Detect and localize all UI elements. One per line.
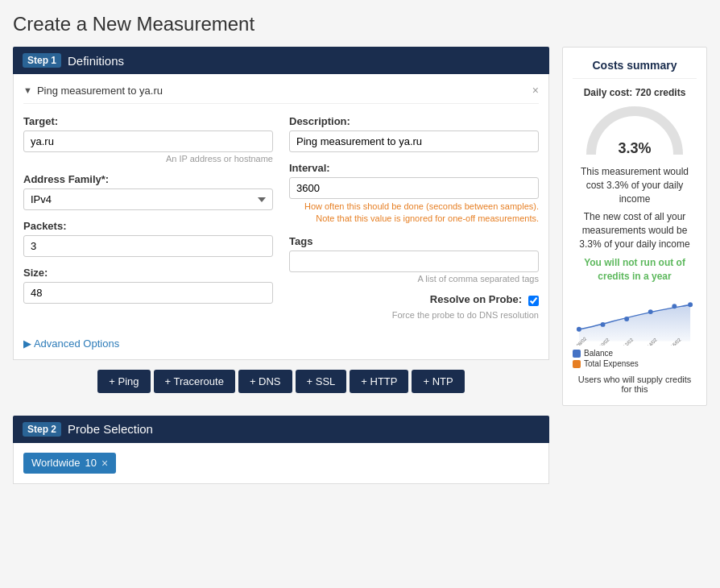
measurement-card: ▼ Ping measurement to ya.ru × Target: An… [13,74,549,360]
close-icon[interactable]: × [532,84,539,97]
target-label: Target: [23,115,273,127]
page-title: Create a New Measurement [13,13,707,35]
resolve-group: Resolve on Probe: Force the probe to do … [289,293,539,320]
traceroute-button[interactable]: + Traceroute [154,370,235,393]
chevron-right-icon: ▶ [23,337,31,350]
balance-label: Balance [584,349,613,358]
legend-balance: Balance [573,349,697,358]
probe-tag-count: 10 [85,457,96,469]
cost-text-2: The new cost of all your measurements wo… [573,210,697,251]
gauge-value: 3.3% [618,140,651,157]
target-hint: An IP address or hostname [23,154,273,164]
expenses-dot [573,360,581,368]
card-header: ▼ Ping measurement to ya.ru × [23,84,539,104]
interval-hint: How often this should be done (seconds b… [289,201,539,226]
ntp-button[interactable]: + NTP [412,370,464,393]
step2-header: Step 2 Probe Selection [13,416,549,443]
expenses-label: Total Expenses [584,359,639,368]
interval-group: Interval: How often this should be done … [289,162,539,226]
costs-panel: Costs summary Daily cost: 720 credits 3.… [562,47,707,497]
svg-point-0 [577,327,581,332]
legend-expenses: Total Expenses [573,359,697,368]
cost-green-text: You will not run out of credits in a yea… [573,256,697,284]
packets-input[interactable] [23,235,273,257]
address-family-select[interactable]: IPv4 IPv6 [23,188,273,210]
gauge-chart: 3.3% [586,106,683,159]
dns-button[interactable]: + DNS [238,370,292,393]
svg-point-2 [624,317,629,321]
address-family-label: Address Family*: [23,173,273,185]
step2-title: Probe Selection [68,422,153,436]
step1-title: Definitions [68,54,124,68]
step1-header: Step 1 Definitions [13,47,549,74]
description-group: Description: [289,115,539,152]
tags-group: Tags A list of comma separated tags [289,235,539,284]
ping-button[interactable]: + Ping [97,370,150,393]
svg-point-5 [688,303,693,308]
packets-label: Packets: [23,220,273,232]
ssl-button[interactable]: + SSL [296,370,347,393]
step2-badge: Step 2 [23,422,61,437]
svg-point-4 [672,304,677,309]
target-group: Target: An IP address or hostname [23,115,273,164]
advanced-options-label: Advanced Options [34,337,119,350]
daily-cost-label: Daily cost: 720 credits [573,87,697,98]
chart-legend: Balance Total Expenses [573,349,697,368]
size-label: Size: [23,267,273,279]
costs-summary: Costs summary Daily cost: 720 credits 3.… [562,47,707,406]
target-input[interactable] [23,130,273,152]
form-right-col: Description: Interval: How often this sh… [289,115,539,329]
balance-dot [573,350,581,358]
costs-title: Costs summary [573,59,697,79]
step2-section: Step 2 Probe Selection Worldwide 10 × [13,416,549,484]
form-columns: Target: An IP address or hostname Addres… [23,115,539,329]
step1-badge: Step 1 [23,53,61,68]
probe-card: Worldwide 10 × [13,443,549,484]
cost-text-1: This measurement would cost 3.3% of your… [573,165,697,205]
description-input[interactable] [289,130,539,152]
resolve-hint: Force the probe to do DNS resolution [289,310,539,320]
tags-input[interactable] [289,251,539,272]
costs-footer: Users who will supply credits for this [573,375,697,394]
tags-label: Tags [289,235,539,247]
http-button[interactable]: + HTTP [350,370,408,393]
probe-tag-close-icon[interactable]: × [101,457,108,470]
chevron-down-icon: ▼ [23,85,32,95]
left-column: Step 1 Definitions ▼ Ping measurement to… [13,47,549,497]
worldwide-probe-tag: Worldwide 10 × [23,453,116,474]
balance-chart: 08/02 10/02 12/02 14/02 16/02 [573,289,697,346]
advanced-options-link[interactable]: ▶ Advanced Options [23,337,119,350]
card-title: Ping measurement to ya.ru [37,85,528,97]
step1-section: Step 1 Definitions ▼ Ping measurement to… [13,47,549,403]
probe-tag-label: Worldwide [31,457,80,469]
chart-svg: 08/02 10/02 12/02 14/02 16/02 [573,289,697,346]
packets-group: Packets: [23,220,273,257]
resolve-checkbox[interactable] [528,296,539,306]
svg-point-3 [648,310,653,315]
resolve-row: Resolve on Probe: [289,293,539,308]
size-input[interactable] [23,282,273,304]
interval-input[interactable] [289,177,539,199]
size-group: Size: [23,267,273,304]
svg-point-1 [601,322,606,327]
interval-label: Interval: [289,162,539,174]
tags-hint: A list of comma separated tags [289,274,539,284]
form-left-col: Target: An IP address or hostname Addres… [23,115,273,329]
address-family-group: Address Family*: IPv4 IPv6 [23,173,273,210]
resolve-label: Resolve on Probe: [430,293,522,305]
description-label: Description: [289,115,539,127]
measurement-buttons: + Ping + Traceroute + DNS + SSL + HTTP +… [13,360,549,403]
